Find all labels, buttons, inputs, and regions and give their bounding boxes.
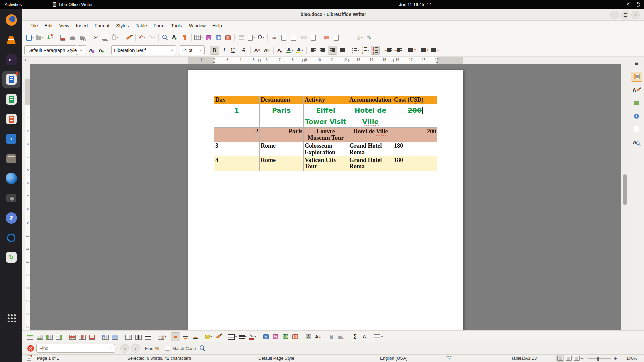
focused-app-menu[interactable]: LibreOffice Writer	[53, 2, 93, 7]
bold-button[interactable]: B	[210, 46, 219, 55]
dropdown-arrow-icon[interactable]: ▾	[51, 36, 53, 39]
selection-mode-status[interactable]: I	[446, 356, 452, 361]
table-cell-r3c5[interactable]: 180	[393, 142, 437, 156]
insert-table-button[interactable]: ▾	[194, 33, 203, 42]
dropdown-arrow-icon[interactable]: ▾	[211, 335, 212, 338]
dock-item-libreoffice-calc[interactable]	[2, 90, 20, 108]
dropdown-arrow-icon[interactable]: ▾	[292, 49, 293, 52]
dropdown-arrow-icon[interactable]: ▾	[201, 36, 203, 39]
unprotect-cells-button[interactable]: ×	[337, 332, 346, 341]
document-page[interactable]: DayDestinationActivityAccommodationCost …	[188, 70, 463, 330]
copy-button[interactable]	[101, 33, 110, 42]
tab-stop-selector[interactable]: L	[22, 57, 30, 64]
table-cell-r4c3[interactable]: Vatican City Tour	[304, 156, 348, 171]
print-preview-button[interactable]	[78, 33, 87, 42]
menu-styles[interactable]: Styles	[113, 22, 132, 30]
match-case-label[interactable]: Match Case	[172, 346, 196, 351]
table-cell-r3c3[interactable]: Colosseum Exploration	[304, 142, 348, 156]
multi-page-view-button[interactable]	[566, 356, 572, 361]
table-cell-r4c4[interactable]: Grand Hotel Roma	[348, 156, 393, 171]
italic-button[interactable]: I	[220, 46, 229, 55]
merge-cells-button[interactable]	[124, 332, 133, 341]
align-right-button[interactable]	[328, 46, 337, 55]
table-cell-r3c2[interactable]: Rome	[260, 142, 304, 156]
titlebar[interactable]: biao.docx - LibreOffice Writer ×	[22, 9, 644, 21]
word-count-status[interactable]: Selected: 9 words, 42 characters	[127, 356, 191, 361]
dock-item-libreoffice-writer[interactable]	[2, 71, 20, 88]
no-list-button[interactable]	[371, 46, 380, 55]
show-draw-functions-button[interactable]: ✎	[365, 33, 374, 42]
dock-item-thunderbird[interactable]	[2, 170, 20, 187]
find-previous-button[interactable]: ∧	[120, 344, 129, 353]
table-cell-r2c5[interactable]: 200	[393, 128, 437, 142]
header-cell-activity[interactable]: Activity	[304, 96, 348, 104]
find-next-button[interactable]: ∨	[131, 344, 140, 353]
insert-textbox-button[interactable]: T	[223, 33, 232, 42]
borders-button[interactable]: ▾	[227, 332, 237, 341]
close-button[interactable]: ×	[631, 11, 640, 19]
autoformat-styles-button[interactable]	[214, 332, 223, 341]
find-and-replace-icon[interactable]	[200, 345, 205, 352]
align-bottom-button[interactable]	[191, 332, 200, 341]
match-case-checkbox[interactable]	[165, 346, 170, 351]
header-cell-accommodation[interactable]: Accommodation	[348, 96, 393, 104]
dock-item-camera-app[interactable]	[2, 189, 20, 207]
minimize-button[interactable]	[610, 11, 619, 19]
bookmark-button[interactable]	[299, 33, 308, 42]
font-name-combo[interactable]: Liberation Serif ∨	[111, 45, 176, 55]
subscript-button[interactable]: AB	[262, 46, 271, 55]
table-cell-r2c4[interactable]: Hotel de Ville	[348, 128, 393, 142]
insert-column-after-button[interactable]	[55, 332, 64, 341]
table-properties-button[interactable]: ≡	[373, 332, 384, 341]
column-boundary-mark[interactable]	[302, 59, 305, 62]
dropdown-arrow-icon[interactable]: ▾	[358, 49, 359, 52]
activities-button[interactable]: Activities	[0, 0, 26, 9]
dropdown-arrow-icon[interactable]: ▾	[302, 49, 303, 52]
increase-paragraph-spacing-button[interactable]: ↑	[420, 46, 430, 55]
dropdown-arrow-icon[interactable]: ▾	[117, 36, 118, 39]
horizontal-line-button[interactable]: —	[345, 33, 354, 42]
split-table-button[interactable]	[144, 332, 153, 341]
clear-formatting-button[interactable]: A×	[276, 46, 285, 55]
track-changes-button[interactable]	[332, 33, 341, 42]
increase-indent-button[interactable]: ►	[384, 46, 393, 55]
table-cell-r2c3[interactable]: Louvre Museum Tour	[304, 128, 348, 142]
paste-button[interactable]: ▾	[111, 33, 120, 42]
menu-format[interactable]: Format	[91, 22, 113, 30]
dock-item-firefox[interactable]	[2, 11, 20, 29]
paragraph-style-dropdown[interactable]: ∨	[77, 45, 86, 55]
find-all-button[interactable]: Find All	[145, 346, 159, 351]
sidebar-tab-style-inspector[interactable]: A	[631, 137, 642, 147]
menu-help[interactable]: Help	[209, 22, 225, 30]
align-top-button[interactable]	[171, 332, 180, 341]
paragraph-style-combo[interactable]: Default Paragraph Style	[24, 45, 77, 55]
document-modified-indicator[interactable]	[26, 355, 32, 362]
dock-item-app-grid[interactable]	[2, 309, 20, 326]
delete-column-button[interactable]	[78, 332, 87, 341]
insert-footnote-button[interactable]	[279, 33, 288, 42]
select-cell-button[interactable]	[101, 332, 110, 341]
update-style-button[interactable]: A●	[87, 46, 96, 55]
page-break-button[interactable]	[237, 33, 246, 42]
dock-item-vscode[interactable]: ‹	[2, 130, 20, 147]
header-cell-cost-usd[interactable]: Cost (USD)	[393, 96, 437, 104]
dropdown-arrow-icon[interactable]: ▾	[245, 335, 247, 338]
column-boundary-mark[interactable]	[258, 59, 261, 62]
dropdown-arrow-icon[interactable]: ▾	[32, 36, 34, 39]
unordered-list-button[interactable]: ▾	[351, 46, 360, 55]
font-size-combo[interactable]: 14 pt ∨	[179, 45, 205, 55]
dropdown-arrow-icon[interactable]: ▾	[263, 36, 264, 39]
number-format-decimal-button[interactable]: 0.0	[281, 332, 290, 341]
dropdown-arrow-icon[interactable]: ▾	[42, 36, 43, 39]
insert-row-above-button[interactable]	[25, 332, 35, 341]
vertical-ruler[interactable]: 1234567891011121314151617	[25, 64, 30, 330]
line-spacing-button[interactable]: ↕▾	[407, 46, 419, 55]
table-cell-r4c5[interactable]: 180	[393, 156, 437, 171]
close-find-bar-button[interactable]: ✕	[27, 345, 34, 352]
protect-cells-button[interactable]	[327, 332, 336, 341]
insert-caption-button[interactable]: A	[304, 332, 313, 341]
save-button[interactable]: ↓▾	[45, 33, 54, 42]
dropdown-arrow-icon[interactable]: ▾	[235, 335, 237, 338]
sidebar-tab-sidebar-settings[interactable]: ≡	[631, 59, 642, 69]
ordered-list-button[interactable]: 111▾	[361, 46, 370, 55]
